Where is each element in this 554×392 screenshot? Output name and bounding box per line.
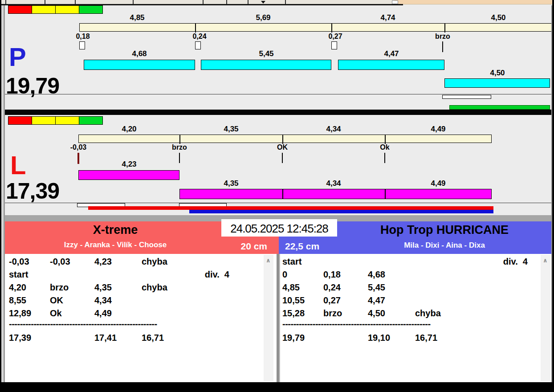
timestamp-text: 24.05.2025 12:45:28	[221, 222, 337, 236]
p-split-divider-3	[444, 23, 445, 33]
p-split-label-2: 5,69	[232, 14, 294, 22]
rt-r5-c4: chyba	[415, 308, 441, 318]
lt-r1-c1: -0,03	[9, 257, 29, 266]
p-cross-label-1: 0,18	[65, 33, 101, 40]
l-cross-label-4: Ok	[367, 143, 403, 151]
toolbar-separator	[226, 0, 227, 4]
rt-r4-c2: 0,27	[323, 295, 341, 305]
lt-r4-c1: 8,55	[9, 295, 26, 305]
start-light-yellow1-l	[32, 116, 56, 125]
p-strip-line	[5, 94, 551, 94]
lt-r2-c1: start	[9, 270, 28, 279]
p-run-bar-3	[338, 60, 444, 70]
lane-l-total: 17,39	[6, 180, 59, 202]
lt-r1-c4: chyba	[142, 257, 167, 266]
toolbar-bottom-edge-right	[403, 4, 554, 4]
lt-r2-div: div. 4	[176, 270, 229, 279]
l-run-divider-1	[282, 189, 283, 199]
lt-r1-c2: -0,03	[50, 257, 70, 266]
l-split-label-3: 4,34	[302, 125, 365, 133]
table-left-viewport[interactable]	[5, 254, 277, 382]
p-run-bar-2	[201, 60, 331, 70]
l-cross-tick-2	[179, 153, 180, 163]
p-split-label-4: 4,50	[467, 14, 530, 22]
lt-r3-c2: brzo	[50, 282, 69, 292]
p-cross-marker-1	[79, 41, 85, 49]
l-cross-label-3: OK	[265, 143, 300, 151]
l-split-bar	[78, 135, 492, 143]
rt-r1-div: div. 4	[474, 257, 528, 266]
p-split-bar	[79, 23, 552, 32]
table-right-viewport[interactable]	[280, 254, 551, 382]
p-run-bar-4	[444, 78, 550, 88]
start-light-yellow2-p	[55, 5, 79, 14]
start-light-yellow2-l	[55, 116, 79, 125]
p-box-indicator	[442, 95, 491, 99]
p-split-divider-2	[331, 23, 332, 33]
table-right-scrollbar[interactable]	[541, 255, 550, 381]
l-cross-tick-4	[384, 153, 385, 163]
l-run-label-2: 4,35	[200, 180, 262, 188]
l-split-divider-2	[282, 135, 283, 144]
rt-r5-c1: 15,28	[282, 308, 305, 318]
l-split-label-1: 4,20	[98, 125, 160, 133]
p-run-label-1: 4,68	[108, 50, 171, 58]
team-left-name: X-treme	[5, 223, 226, 237]
lt-r5-c1: 12,89	[9, 308, 31, 318]
rt-r5-c3: 4,50	[368, 308, 385, 318]
rt-r3-c3: 5,45	[368, 282, 385, 292]
rt-separator: ----------------------------------------…	[282, 319, 431, 329]
lt-r4-c3: 4,34	[94, 295, 112, 305]
chevron-down-icon[interactable]	[261, 1, 265, 4]
l-cross-label-1: -0,03	[61, 143, 96, 151]
start-light-red-p	[8, 5, 32, 14]
rt-r3-c2: 0,24	[323, 282, 341, 292]
p-run-label-4: 4,50	[466, 69, 529, 77]
p-run-label-3: 4,47	[360, 50, 423, 58]
toolbar-separator	[248, 0, 248, 4]
l-cross-label-2: brzo	[162, 143, 197, 151]
lt-separator: ----------------------------------------…	[9, 319, 157, 329]
lt-r4-c2: OK	[50, 295, 63, 305]
lt-r1-c3: 4,23	[94, 257, 112, 266]
start-light-yellow1-p	[32, 5, 56, 14]
window-right-border	[552, 0, 554, 392]
start-light-red-l	[8, 116, 32, 125]
l-split-label-2: 4,35	[200, 125, 262, 133]
rt-r2-c1: 0	[282, 270, 287, 279]
l-sensor-bar-red	[88, 206, 493, 210]
lt-total-c4: 16,71	[142, 333, 164, 343]
rt-total-c4: 16,71	[415, 333, 437, 343]
l-run-bar-1	[78, 170, 179, 180]
toolbar-separator	[133, 0, 134, 4]
flyball-timing-window: 4,85 5,69 4,74 4,50 0,18 0,24 0,27 brzo …	[0, 0, 554, 392]
toolbar-separator	[5, 0, 6, 4]
team-right-name: Hop Trop HURRICANE	[338, 223, 551, 237]
l-run-label-4: 4,49	[407, 180, 469, 188]
lane-l-letter: L	[10, 152, 26, 178]
team-right-dogs: Mila - Dixi - Aina - Dixa	[338, 241, 551, 250]
lt-r3-c1: 4,20	[9, 282, 26, 292]
l-run-label-3: 4,34	[302, 180, 365, 188]
team-right-height: 22,5 cm	[285, 241, 347, 252]
lt-total-c1: 17,39	[9, 333, 31, 343]
lt-r3-c3: 4,35	[94, 282, 112, 292]
p-split-label-3: 4,74	[357, 14, 419, 22]
scroll-up-icon-right[interactable]: ∧	[543, 257, 548, 263]
rt-total-c1: 19,79	[282, 333, 305, 343]
scroll-up-icon-left[interactable]: ∧	[266, 257, 271, 263]
l-run-bar-234	[179, 189, 492, 199]
lt-total-c3: 17,41	[94, 333, 117, 343]
toolbar-separator	[75, 0, 76, 4]
start-light-green-p	[79, 5, 103, 14]
p-cross-marker-3	[331, 41, 337, 49]
rt-r3-c1: 4,85	[282, 282, 300, 292]
rt-r1-c1: start	[282, 257, 301, 266]
p-split-divider-1	[195, 23, 196, 33]
l-cross-tick-1	[77, 153, 79, 164]
table-divider	[277, 254, 280, 382]
team-left-dogs: Izzy - Aranka - Vilík - Choose	[5, 241, 226, 249]
rt-r4-c3: 4,47	[368, 295, 385, 305]
window-icon[interactable]	[392, 0, 398, 4]
table-left-scrollbar[interactable]	[264, 255, 273, 381]
